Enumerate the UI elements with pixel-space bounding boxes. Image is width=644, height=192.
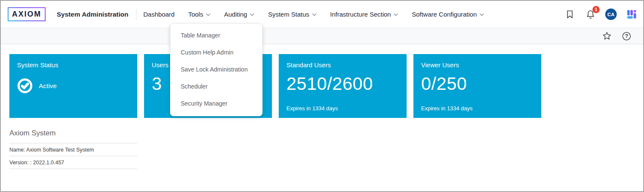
card-standard-users: Standard Users 2510/2600 Expires in 1334… [279, 54, 407, 118]
svg-text:?: ? [625, 33, 628, 39]
nav-label: Dashboard [143, 11, 174, 18]
card-value: 0/250 [421, 74, 534, 94]
topbar-actions: 1 CA [564, 9, 637, 20]
nav-item-infrastructure-section[interactable]: Infrastructure Section [330, 11, 399, 18]
card-system-status: System Status Active [9, 54, 137, 118]
card-value: 2510/2600 [286, 74, 399, 94]
nav-label: Tools [188, 11, 203, 18]
nav-item-auditing[interactable]: Auditing [224, 11, 254, 18]
nav-label: Software Configuration [412, 11, 477, 18]
main-nav: Dashboard Tools Auditing System Status [143, 11, 484, 18]
nav-label: Auditing [224, 11, 247, 18]
status-label: Active [39, 82, 57, 90]
status-cards-row: System Status Active Users 3 Standard Us [9, 54, 643, 118]
top-navigation-bar: AXIOM System Administration Dashboard To… [1, 1, 643, 28]
card-expiry-note: Expires in 1334 days [286, 105, 399, 112]
nav-item-software-configuration[interactable]: Software Configuration [412, 11, 484, 18]
notification-badge: 1 [592, 6, 600, 13]
favorite-star-icon[interactable] [601, 31, 612, 42]
card-expiry-note: Expires in 1334 days [421, 105, 534, 112]
app-window: AXIOM System Administration Dashboard To… [0, 0, 644, 192]
card-title: System Status [17, 61, 130, 69]
card-viewer-users: Viewer Users 0/250 Expires in 1334 days [413, 54, 541, 118]
menu-item-scheduler[interactable]: Scheduler [170, 78, 262, 95]
nav-label: System Status [268, 11, 309, 18]
card-title: Standard Users [286, 61, 399, 69]
page-title: System Administration [57, 11, 128, 18]
system-info-heading: Axiom System [9, 129, 137, 143]
nav-item-system-status[interactable]: System Status [268, 11, 317, 18]
bookmark-icon[interactable] [564, 9, 575, 20]
card-title: Viewer Users [421, 61, 534, 69]
system-name-row: Name: Axiom Software Test System [9, 143, 137, 156]
chevron-down-icon [312, 13, 317, 16]
menu-item-table-manager[interactable]: Table Manager [170, 27, 262, 44]
nav-label: Infrastructure Section [330, 11, 391, 18]
menu-item-security-manager[interactable]: Security Manager [170, 95, 262, 112]
system-info-rows: Name: Axiom Software Test System Version… [9, 143, 137, 169]
axiom-logo[interactable]: AXIOM [8, 7, 46, 21]
nav-divider [136, 9, 136, 20]
system-version-row: Version: : 2022.1.0.457 [9, 156, 137, 169]
chevron-down-icon [250, 13, 254, 16]
apps-grid-icon[interactable] [626, 9, 637, 20]
system-info-panel: Axiom System Name: Axiom Software Test S… [9, 129, 137, 169]
system-status-indicator: Active [17, 78, 130, 94]
notifications-bell-icon[interactable]: 1 [585, 9, 596, 20]
user-avatar[interactable]: CA [605, 9, 617, 20]
secondary-toolbar: ? [1, 28, 643, 44]
nav-item-dashboard[interactable]: Dashboard [143, 11, 174, 18]
nav-item-tools[interactable]: Tools [188, 11, 211, 18]
menu-item-custom-help-admin[interactable]: Custom Help Admin [170, 44, 262, 61]
chevron-down-icon [206, 13, 211, 16]
tools-dropdown-menu: Table Manager Custom Help Admin Save Loc… [170, 23, 263, 116]
chevron-down-icon [393, 13, 398, 16]
help-icon[interactable]: ? [621, 31, 632, 42]
main-content: System Status Active Users 3 Standard Us [1, 44, 643, 169]
check-circle-icon [17, 78, 33, 94]
chevron-down-icon [479, 13, 484, 16]
menu-item-save-lock-administration[interactable]: Save Lock Administration [170, 61, 262, 78]
